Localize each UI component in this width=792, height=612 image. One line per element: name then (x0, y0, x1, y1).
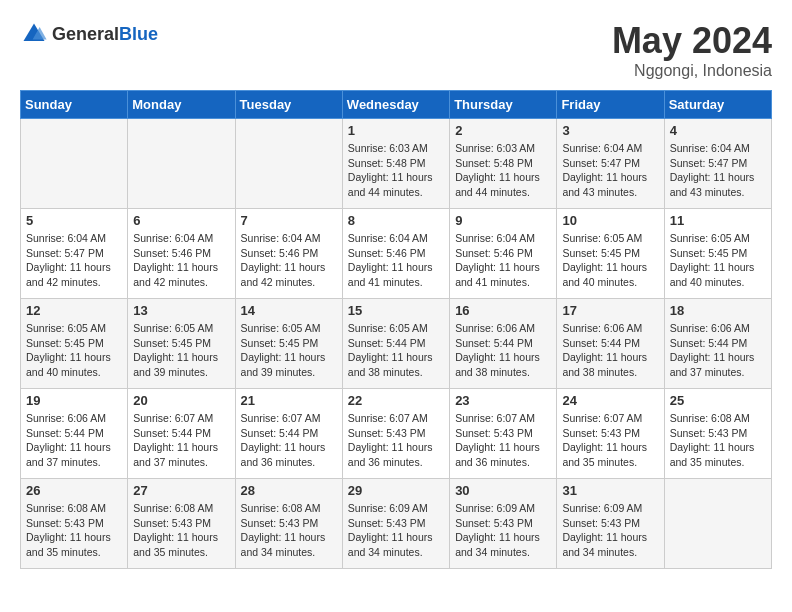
day-number: 4 (670, 123, 766, 138)
header-day-monday: Monday (128, 91, 235, 119)
calendar-week-1: 1Sunrise: 6:03 AMSunset: 5:48 PMDaylight… (21, 119, 772, 209)
calendar-week-2: 5Sunrise: 6:04 AMSunset: 5:47 PMDaylight… (21, 209, 772, 299)
calendar-cell: 11Sunrise: 6:05 AMSunset: 5:45 PMDayligh… (664, 209, 771, 299)
day-number: 12 (26, 303, 122, 318)
day-number: 9 (455, 213, 551, 228)
calendar-cell (128, 119, 235, 209)
cell-content: Sunrise: 6:09 AMSunset: 5:43 PMDaylight:… (562, 501, 658, 560)
calendar-cell (21, 119, 128, 209)
title-block: May 2024 Nggongi, Indonesia (612, 20, 772, 80)
day-number: 8 (348, 213, 444, 228)
cell-content: Sunrise: 6:04 AMSunset: 5:47 PMDaylight:… (562, 141, 658, 200)
cell-content: Sunrise: 6:05 AMSunset: 5:45 PMDaylight:… (241, 321, 337, 380)
subtitle: Nggongi, Indonesia (612, 62, 772, 80)
cell-content: Sunrise: 6:04 AMSunset: 5:46 PMDaylight:… (241, 231, 337, 290)
day-number: 25 (670, 393, 766, 408)
calendar-cell: 24Sunrise: 6:07 AMSunset: 5:43 PMDayligh… (557, 389, 664, 479)
cell-content: Sunrise: 6:08 AMSunset: 5:43 PMDaylight:… (26, 501, 122, 560)
day-number: 18 (670, 303, 766, 318)
calendar-cell: 8Sunrise: 6:04 AMSunset: 5:46 PMDaylight… (342, 209, 449, 299)
header-day-wednesday: Wednesday (342, 91, 449, 119)
cell-content: Sunrise: 6:06 AMSunset: 5:44 PMDaylight:… (562, 321, 658, 380)
calendar-cell: 29Sunrise: 6:09 AMSunset: 5:43 PMDayligh… (342, 479, 449, 569)
day-number: 13 (133, 303, 229, 318)
calendar-cell: 25Sunrise: 6:08 AMSunset: 5:43 PMDayligh… (664, 389, 771, 479)
main-title: May 2024 (612, 20, 772, 62)
calendar-week-3: 12Sunrise: 6:05 AMSunset: 5:45 PMDayligh… (21, 299, 772, 389)
cell-content: Sunrise: 6:04 AMSunset: 5:46 PMDaylight:… (133, 231, 229, 290)
day-number: 2 (455, 123, 551, 138)
day-number: 30 (455, 483, 551, 498)
page-header: GeneralBlue May 2024 Nggongi, Indonesia (20, 20, 772, 80)
calendar-cell: 5Sunrise: 6:04 AMSunset: 5:47 PMDaylight… (21, 209, 128, 299)
cell-content: Sunrise: 6:07 AMSunset: 5:43 PMDaylight:… (562, 411, 658, 470)
day-number: 22 (348, 393, 444, 408)
cell-content: Sunrise: 6:06 AMSunset: 5:44 PMDaylight:… (26, 411, 122, 470)
day-number: 31 (562, 483, 658, 498)
calendar-cell: 19Sunrise: 6:06 AMSunset: 5:44 PMDayligh… (21, 389, 128, 479)
calendar-cell: 13Sunrise: 6:05 AMSunset: 5:45 PMDayligh… (128, 299, 235, 389)
calendar-cell: 4Sunrise: 6:04 AMSunset: 5:47 PMDaylight… (664, 119, 771, 209)
header-row: SundayMondayTuesdayWednesdayThursdayFrid… (21, 91, 772, 119)
calendar-cell: 26Sunrise: 6:08 AMSunset: 5:43 PMDayligh… (21, 479, 128, 569)
day-number: 3 (562, 123, 658, 138)
day-number: 29 (348, 483, 444, 498)
calendar-cell: 18Sunrise: 6:06 AMSunset: 5:44 PMDayligh… (664, 299, 771, 389)
header-day-sunday: Sunday (21, 91, 128, 119)
cell-content: Sunrise: 6:05 AMSunset: 5:45 PMDaylight:… (26, 321, 122, 380)
cell-content: Sunrise: 6:05 AMSunset: 5:45 PMDaylight:… (562, 231, 658, 290)
calendar-week-5: 26Sunrise: 6:08 AMSunset: 5:43 PMDayligh… (21, 479, 772, 569)
cell-content: Sunrise: 6:04 AMSunset: 5:47 PMDaylight:… (26, 231, 122, 290)
cell-content: Sunrise: 6:05 AMSunset: 5:45 PMDaylight:… (670, 231, 766, 290)
header-day-friday: Friday (557, 91, 664, 119)
calendar-cell: 10Sunrise: 6:05 AMSunset: 5:45 PMDayligh… (557, 209, 664, 299)
day-number: 28 (241, 483, 337, 498)
day-number: 5 (26, 213, 122, 228)
day-number: 24 (562, 393, 658, 408)
day-number: 6 (133, 213, 229, 228)
header-day-tuesday: Tuesday (235, 91, 342, 119)
calendar-cell (664, 479, 771, 569)
calendar-table: SundayMondayTuesdayWednesdayThursdayFrid… (20, 90, 772, 569)
header-day-thursday: Thursday (450, 91, 557, 119)
cell-content: Sunrise: 6:09 AMSunset: 5:43 PMDaylight:… (455, 501, 551, 560)
day-number: 7 (241, 213, 337, 228)
day-number: 19 (26, 393, 122, 408)
logo-blue: Blue (119, 24, 158, 44)
cell-content: Sunrise: 6:08 AMSunset: 5:43 PMDaylight:… (241, 501, 337, 560)
day-number: 20 (133, 393, 229, 408)
cell-content: Sunrise: 6:04 AMSunset: 5:47 PMDaylight:… (670, 141, 766, 200)
logo-text: GeneralBlue (52, 24, 158, 45)
calendar-cell: 22Sunrise: 6:07 AMSunset: 5:43 PMDayligh… (342, 389, 449, 479)
calendar-cell: 27Sunrise: 6:08 AMSunset: 5:43 PMDayligh… (128, 479, 235, 569)
calendar-cell: 9Sunrise: 6:04 AMSunset: 5:46 PMDaylight… (450, 209, 557, 299)
calendar-cell: 17Sunrise: 6:06 AMSunset: 5:44 PMDayligh… (557, 299, 664, 389)
cell-content: Sunrise: 6:05 AMSunset: 5:44 PMDaylight:… (348, 321, 444, 380)
calendar-cell: 6Sunrise: 6:04 AMSunset: 5:46 PMDaylight… (128, 209, 235, 299)
cell-content: Sunrise: 6:07 AMSunset: 5:43 PMDaylight:… (348, 411, 444, 470)
calendar-cell: 3Sunrise: 6:04 AMSunset: 5:47 PMDaylight… (557, 119, 664, 209)
cell-content: Sunrise: 6:09 AMSunset: 5:43 PMDaylight:… (348, 501, 444, 560)
calendar-cell: 15Sunrise: 6:05 AMSunset: 5:44 PMDayligh… (342, 299, 449, 389)
cell-content: Sunrise: 6:03 AMSunset: 5:48 PMDaylight:… (348, 141, 444, 200)
cell-content: Sunrise: 6:08 AMSunset: 5:43 PMDaylight:… (133, 501, 229, 560)
calendar-cell: 30Sunrise: 6:09 AMSunset: 5:43 PMDayligh… (450, 479, 557, 569)
calendar-cell: 2Sunrise: 6:03 AMSunset: 5:48 PMDaylight… (450, 119, 557, 209)
cell-content: Sunrise: 6:07 AMSunset: 5:44 PMDaylight:… (241, 411, 337, 470)
day-number: 23 (455, 393, 551, 408)
calendar-week-4: 19Sunrise: 6:06 AMSunset: 5:44 PMDayligh… (21, 389, 772, 479)
calendar-body: 1Sunrise: 6:03 AMSunset: 5:48 PMDaylight… (21, 119, 772, 569)
day-number: 10 (562, 213, 658, 228)
calendar-cell: 16Sunrise: 6:06 AMSunset: 5:44 PMDayligh… (450, 299, 557, 389)
cell-content: Sunrise: 6:05 AMSunset: 5:45 PMDaylight:… (133, 321, 229, 380)
logo-general: General (52, 24, 119, 44)
day-number: 15 (348, 303, 444, 318)
cell-content: Sunrise: 6:07 AMSunset: 5:44 PMDaylight:… (133, 411, 229, 470)
day-number: 16 (455, 303, 551, 318)
calendar-cell: 14Sunrise: 6:05 AMSunset: 5:45 PMDayligh… (235, 299, 342, 389)
calendar-cell: 31Sunrise: 6:09 AMSunset: 5:43 PMDayligh… (557, 479, 664, 569)
header-day-saturday: Saturday (664, 91, 771, 119)
logo-icon (20, 20, 48, 48)
day-number: 11 (670, 213, 766, 228)
cell-content: Sunrise: 6:07 AMSunset: 5:43 PMDaylight:… (455, 411, 551, 470)
